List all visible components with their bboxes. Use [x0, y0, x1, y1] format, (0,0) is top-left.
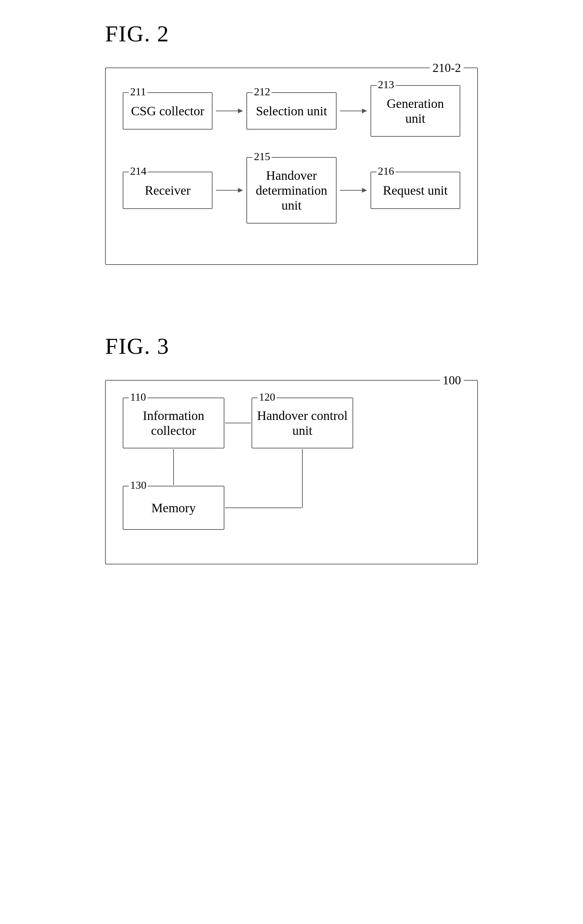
fig2-selection-label: 212 — [252, 86, 272, 98]
fig2-receiver-text: Receiver — [145, 183, 191, 198]
fig2-generation-unit-box: 213 Generation unit — [371, 85, 460, 137]
fig3-connections-svg — [123, 398, 353, 540]
arrow-svg-1 — [216, 106, 243, 116]
fig2-receiver-label: 214 — [129, 165, 148, 177]
fig3-outer-box: 100 110 Information collector 120 Handov… — [105, 380, 478, 564]
fig3-outer-label: 100 — [440, 373, 464, 388]
fig2-selection-unit-box: 212 Selection unit — [246, 92, 336, 130]
fig2-request-text: Request unit — [383, 183, 448, 198]
fig2-outer-box: 210-2 211 CSG collector 212 — [105, 68, 478, 265]
fig2-selection-text: Selection unit — [256, 104, 327, 119]
fig2-handover-det-box: 215 Handover determination unit — [246, 157, 336, 224]
svg-marker-1 — [238, 109, 243, 113]
fig2-request-unit-box: 216 Request unit — [371, 172, 460, 209]
fig3-title: FIG. 3 — [105, 333, 478, 360]
fig2-arrow3 — [216, 185, 243, 195]
fig2-csg-text: CSG collector — [131, 104, 204, 119]
fig3-layout: 110 Information collector 120 Handover c… — [123, 398, 353, 540]
fig2-csg-collector-box: 211 CSG collector — [123, 92, 212, 130]
fig2-request-label: 216 — [377, 165, 395, 177]
page-container: FIG. 2 210-2 211 CSG collector — [105, 20, 478, 564]
fig2-generation-label: 213 — [377, 78, 395, 91]
arrow-svg-3 — [216, 185, 243, 195]
fig2-row1: 211 CSG collector 212 Selection unit — [123, 85, 460, 137]
fig2-receiver-box: 214 Receiver — [123, 172, 212, 209]
fig2-row2: 214 Receiver 215 Handover determination … — [123, 157, 460, 224]
fig2-generation-text: Generation unit — [378, 96, 453, 126]
svg-marker-3 — [362, 109, 367, 113]
svg-marker-7 — [362, 188, 367, 193]
arrow-svg-2 — [340, 106, 367, 116]
fig2-arrow1 — [216, 106, 243, 116]
fig3-container: FIG. 3 100 110 Information collector 120… — [105, 333, 478, 564]
fig2-handover-det-text: Handover determination unit — [254, 168, 329, 213]
fig2-arrow4 — [340, 185, 367, 195]
fig2-container: FIG. 2 210-2 211 CSG collector — [105, 20, 478, 265]
arrow-svg-4 — [340, 185, 367, 195]
fig2-title: FIG. 2 — [105, 20, 478, 47]
fig2-handover-det-label: 215 — [252, 150, 272, 163]
fig2-outer-label: 210-2 — [430, 61, 464, 75]
fig2-csg-label: 211 — [129, 86, 147, 98]
svg-marker-5 — [238, 188, 243, 193]
fig2-arrow2 — [340, 106, 367, 116]
